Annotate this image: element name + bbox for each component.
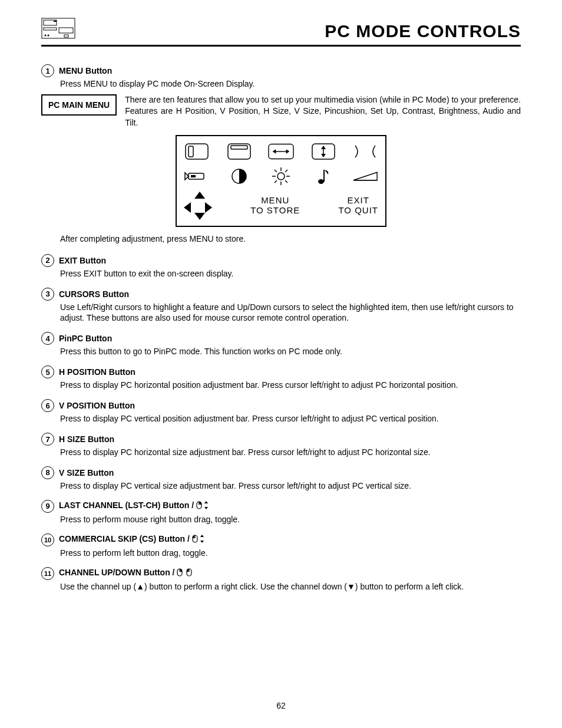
mouse-drag-toggle-icon bbox=[192, 534, 206, 545]
svg-marker-19 bbox=[321, 154, 326, 157]
item-body: Use the channel up (▲) button to perform… bbox=[60, 581, 521, 592]
svg-marker-43 bbox=[200, 535, 204, 537]
svg-marker-18 bbox=[321, 146, 326, 149]
osd-box: MENU TO STORE EXIT TO QUIT bbox=[176, 135, 386, 227]
tilt-icon bbox=[352, 167, 378, 186]
page-header: PC MODE CONTROLS bbox=[41, 18, 521, 41]
svg-rect-2 bbox=[44, 28, 57, 30]
pc-main-menu-desc: There are ten features that allow you to… bbox=[125, 94, 521, 129]
list-item: 4PinPC Button Press this button to go to… bbox=[41, 332, 521, 357]
svg-point-33 bbox=[318, 179, 324, 184]
list-item: 8V SIZE Button Press to display PC verti… bbox=[41, 466, 521, 492]
circled-number-icon: 9 bbox=[41, 500, 54, 513]
svg-marker-20 bbox=[185, 173, 189, 180]
item-body: Press to display PC horizontal position … bbox=[60, 380, 521, 391]
svg-marker-40 bbox=[204, 507, 208, 509]
circled-number-icon: 5 bbox=[41, 365, 54, 378]
svg-point-24 bbox=[277, 173, 285, 180]
item-body: Press to display PC vertical position ad… bbox=[60, 413, 521, 424]
svg-rect-0 bbox=[42, 18, 75, 38]
osd-exit-line2: TO QUIT bbox=[338, 206, 378, 216]
list-item: 6V POSITION Button Press to display PC v… bbox=[41, 399, 521, 424]
remote-outline-icon bbox=[41, 18, 75, 41]
osd-menu-label: MENU TO STORE bbox=[250, 196, 300, 215]
four-way-arrows-icon bbox=[184, 192, 212, 220]
h-arrows-icon bbox=[268, 142, 294, 161]
page-title: PC MODE CONTROLS bbox=[325, 21, 521, 41]
v-arrows-icon bbox=[310, 142, 336, 161]
osd-exit-label: EXIT TO QUIT bbox=[338, 196, 378, 215]
svg-rect-6 bbox=[64, 35, 68, 37]
svg-marker-44 bbox=[200, 541, 204, 543]
screen-outline-icon bbox=[184, 142, 210, 161]
circled-number-icon: 11 bbox=[41, 567, 54, 580]
item-body: Press MENU to display PC mode On-Screen … bbox=[60, 78, 521, 90]
list-item: 5H POSITION Button Press to display PC h… bbox=[41, 365, 521, 391]
item-title: H SIZE Button bbox=[59, 434, 114, 444]
after-osd-note: After completing adjustment, press MENU … bbox=[60, 234, 521, 243]
item-body: Press to perform mouse right button drag… bbox=[60, 514, 521, 525]
svg-rect-21 bbox=[189, 173, 204, 179]
pincushion-icon bbox=[352, 142, 378, 161]
list-item: 9 LAST CHANNEL (LST-CH) Button / Press t… bbox=[41, 500, 521, 525]
svg-line-29 bbox=[275, 170, 277, 172]
circled-number-icon: 7 bbox=[41, 433, 54, 446]
svg-point-4 bbox=[45, 35, 47, 37]
osd-exit-line1: EXIT bbox=[338, 196, 378, 206]
osd-bottom-row: MENU TO STORE EXIT TO QUIT bbox=[184, 192, 378, 220]
setup-icon bbox=[184, 167, 210, 186]
item-body: Press to display PC horizontal size adju… bbox=[60, 447, 521, 458]
svg-line-31 bbox=[275, 180, 277, 183]
svg-line-32 bbox=[285, 170, 287, 172]
svg-rect-34 bbox=[323, 170, 325, 182]
audio-note-icon bbox=[310, 167, 336, 186]
item-title: H POSITION Button bbox=[59, 367, 135, 377]
divider bbox=[41, 45, 521, 47]
list-item: 3CURSORS Button Use Left/Right cursors t… bbox=[41, 288, 521, 324]
circled-number-icon: 8 bbox=[41, 466, 54, 479]
svg-rect-3 bbox=[59, 28, 73, 33]
list-item: 10 COMMERCIAL SKIP (CS) Button / Press t… bbox=[41, 533, 521, 559]
circled-number-icon: 3 bbox=[41, 288, 54, 301]
item-body: Press EXIT button to exit the on-screen … bbox=[60, 268, 521, 279]
osd-row-2 bbox=[184, 167, 378, 186]
svg-marker-14 bbox=[273, 149, 276, 154]
list-item: 11 CHANNEL UP/DOWN Button / Use the chan… bbox=[41, 567, 521, 592]
pc-main-menu-row: PC MAIN MENU There are ten features that… bbox=[41, 94, 521, 129]
item-heading: 1 MENU Button bbox=[41, 64, 521, 77]
circled-number-icon: 4 bbox=[41, 332, 54, 345]
item-title: V POSITION Button bbox=[59, 401, 135, 410]
brightness-icon bbox=[268, 167, 294, 186]
item-title: LAST CHANNEL (LST-CH) Button / bbox=[59, 500, 210, 512]
item-title: CURSORS Button bbox=[59, 289, 129, 299]
item-title: COMMERCIAL SKIP (CS) Button / bbox=[59, 534, 206, 545]
mouse-right-click-icon bbox=[177, 568, 184, 579]
item-title: V SIZE Button bbox=[59, 468, 114, 477]
list-item: 1 MENU Button Press MENU to display PC m… bbox=[41, 64, 521, 243]
svg-line-30 bbox=[285, 180, 287, 183]
contrast-icon bbox=[226, 167, 252, 186]
item-title-text: COMMERCIAL SKIP (CS) Button / bbox=[59, 534, 192, 543]
svg-point-5 bbox=[48, 35, 49, 37]
mouse-left-click-icon bbox=[186, 568, 193, 579]
manual-page: PC MODE CONTROLS 1 MENU Button Press MEN… bbox=[0, 0, 562, 728]
item-title: MENU Button bbox=[59, 66, 112, 75]
svg-rect-7 bbox=[54, 21, 57, 22]
item-body: Press this button to go to PinPC mode. T… bbox=[60, 346, 521, 357]
list-item: 2EXIT Button Press EXIT button to exit t… bbox=[41, 254, 521, 279]
circled-number-icon: 2 bbox=[41, 254, 54, 267]
svg-marker-15 bbox=[286, 149, 290, 154]
item-title-text: CHANNEL UP/DOWN Button / bbox=[59, 568, 177, 577]
item-title: EXIT Button bbox=[59, 256, 106, 265]
circled-number-icon: 1 bbox=[41, 64, 54, 77]
osd-diagram: MENU TO STORE EXIT TO QUIT bbox=[41, 135, 521, 227]
circled-number-icon: 10 bbox=[41, 533, 54, 546]
circled-number-icon: 6 bbox=[41, 399, 54, 412]
svg-marker-35 bbox=[353, 172, 377, 180]
list-item: 7H SIZE Button Press to display PC horiz… bbox=[41, 433, 521, 458]
item-title: PinPC Button bbox=[59, 334, 112, 343]
mouse-drag-toggle-icon bbox=[196, 500, 210, 512]
item-title: CHANNEL UP/DOWN Button / bbox=[59, 568, 193, 579]
svg-rect-11 bbox=[231, 146, 247, 149]
svg-rect-22 bbox=[191, 175, 196, 177]
